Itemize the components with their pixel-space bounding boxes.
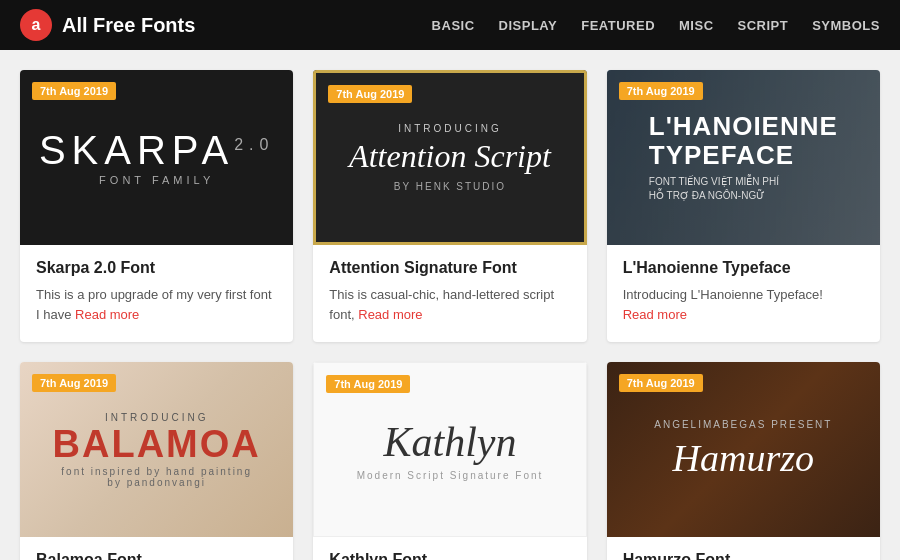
card-lhanoienne-title: L'Hanoienne Typeface (623, 259, 864, 277)
nav-display[interactable]: DISPLAY (499, 18, 558, 33)
hamurzo-font-display: Hamurzo (673, 436, 814, 480)
logo-icon: a (20, 9, 52, 41)
card-skarpa-badge: 7th Aug 2019 (32, 82, 116, 100)
card-hamurzo: 7th Aug 2019 ANGELIMABEGAS PRESENT Hamur… (607, 362, 880, 560)
card-hamurzo-title: Hamurzo Font (623, 551, 864, 560)
card-attention: 7th Aug 2019 INTRODUCING Attention Scrip… (313, 70, 586, 342)
lhanoienne-line2: TYPEFACE (649, 141, 838, 170)
attention-intro: INTRODUCING (398, 123, 502, 134)
card-hamurzo-badge: 7th Aug 2019 (619, 374, 703, 392)
lhanoienne-content: L'HANOIENNE TYPEFACE FONT TIẾNG VIỆT MIỄ… (633, 96, 854, 219)
card-balamoa-badge: 7th Aug 2019 (32, 374, 116, 392)
lhanoienne-line1: L'HANOIENNE (649, 112, 838, 141)
card-lhanoienne-desc: Introducing L'Hanoienne Typeface!Read mo… (623, 285, 864, 324)
balamoa-font-by: by pandonvangi (107, 477, 206, 488)
attention-font-display: Attention Script (349, 138, 551, 175)
balamoa-font-sub: font inspired by hand painting (61, 466, 252, 477)
hamurzo-by-top: ANGELIMABEGAS PRESENT (654, 419, 832, 430)
card-lhanoienne-body: L'Hanoienne Typeface Introducing L'Hanoi… (607, 245, 880, 342)
attention-font-by: BY HENK STUDIO (394, 181, 506, 192)
nav-basic[interactable]: BASIC (432, 18, 475, 33)
card-lhanoienne: 7th Aug 2019 L'HANOIENNE TYPEFACE FONT T… (607, 70, 880, 342)
card-kathlyn: 7th Aug 2019 Kathlyn Modern Script Signa… (313, 362, 586, 560)
main-content: 7th Aug 2019 SKARPA2.0 FONT FAMILY Skarp… (0, 50, 900, 560)
kathlyn-font-sub: Modern Script Signature Font (357, 470, 544, 481)
card-skarpa-body: Skarpa 2.0 Font This is a pro upgrade of… (20, 245, 293, 342)
card-attention-read-more[interactable]: Read more (358, 307, 422, 322)
card-attention-badge: 7th Aug 2019 (328, 85, 412, 103)
card-lhanoienne-read-more[interactable]: Read more (623, 307, 687, 322)
card-balamoa-title: Balamoa Font (36, 551, 277, 560)
card-hamurzo-image: 7th Aug 2019 ANGELIMABEGAS PRESENT Hamur… (607, 362, 880, 537)
kathlyn-font-display: Kathlyn (383, 418, 516, 466)
skarpa-font-display: SKARPA2.0 (39, 130, 275, 170)
card-skarpa-title: Skarpa 2.0 Font (36, 259, 277, 277)
card-kathlyn-title: Kathlyn Font (329, 551, 570, 560)
card-skarpa: 7th Aug 2019 SKARPA2.0 FONT FAMILY Skarp… (20, 70, 293, 342)
card-balamoa-image: 7th Aug 2019 INTRODUCING BALAMOA font in… (20, 362, 293, 537)
card-skarpa-image: 7th Aug 2019 SKARPA2.0 FONT FAMILY (20, 70, 293, 245)
nav-misc[interactable]: MISC (679, 18, 714, 33)
card-attention-title: Attention Signature Font (329, 259, 570, 277)
font-grid-row1: 7th Aug 2019 SKARPA2.0 FONT FAMILY Skarp… (20, 70, 880, 342)
nav-symbols[interactable]: SYMBOLS (812, 18, 880, 33)
card-lhanoienne-image: 7th Aug 2019 L'HANOIENNE TYPEFACE FONT T… (607, 70, 880, 245)
card-attention-image: 7th Aug 2019 INTRODUCING Attention Scrip… (313, 70, 586, 245)
card-kathlyn-body: Kathlyn Font Modern Script Signature Fon… (313, 537, 586, 560)
font-grid-row2: 7th Aug 2019 INTRODUCING BALAMOA font in… (20, 362, 880, 560)
balamoa-intro: INTRODUCING (105, 412, 209, 423)
card-kathlyn-image: 7th Aug 2019 Kathlyn Modern Script Signa… (313, 362, 586, 537)
card-skarpa-read-more[interactable]: Read more (75, 307, 139, 322)
card-balamoa: 7th Aug 2019 INTRODUCING BALAMOA font in… (20, 362, 293, 560)
card-skarpa-desc: This is a pro upgrade of my very first f… (36, 285, 277, 324)
card-hamurzo-body: Hamurzo Font A beautiful script font. Re… (607, 537, 880, 560)
main-nav: BASIC DISPLAY FEATURED MISC SCRIPT SYMBO… (432, 18, 880, 33)
nav-script[interactable]: SCRIPT (738, 18, 789, 33)
card-balamoa-body: Balamoa Font A beautiful hand painted fo… (20, 537, 293, 560)
card-attention-desc: This is casual-chic, hand-lettered scrip… (329, 285, 570, 324)
lhanoienne-sub: FONT TIẾNG VIỆT MIỄN PHÍHỖ TRỢ ĐA NGÔN-N… (649, 175, 838, 203)
site-title: All Free Fonts (62, 14, 195, 37)
card-attention-body: Attention Signature Font This is casual-… (313, 245, 586, 342)
balamoa-font-display: BALAMOA (53, 423, 261, 466)
card-kathlyn-badge: 7th Aug 2019 (326, 375, 410, 393)
logo-area[interactable]: a All Free Fonts (20, 9, 195, 41)
site-header: a All Free Fonts BASIC DISPLAY FEATURED … (0, 0, 900, 50)
skarpa-font-sub: FONT FAMILY (99, 174, 214, 186)
nav-featured[interactable]: FEATURED (581, 18, 655, 33)
